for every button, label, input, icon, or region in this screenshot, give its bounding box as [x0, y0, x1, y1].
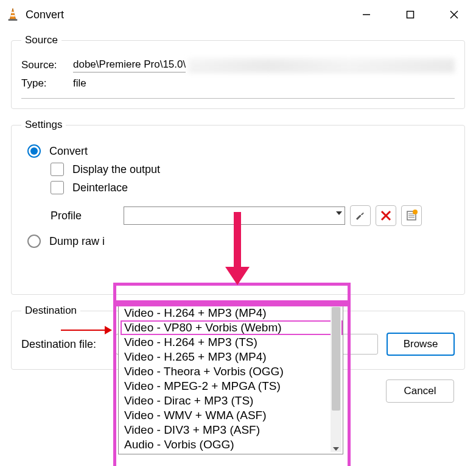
deinterlace-checkbox[interactable]: Deinterlace	[51, 181, 455, 194]
svg-rect-5	[407, 12, 414, 18]
destination-legend: Destination	[21, 305, 80, 317]
deinterlace-label: Deinterlace	[72, 182, 128, 194]
source-group: Source Source: dobe\Premiere Pro\15.0\ T…	[11, 34, 465, 109]
dump-raw-radio-row[interactable]: Dump raw i	[27, 235, 455, 248]
scroll-down-icon[interactable]	[333, 447, 339, 451]
svg-marker-0	[10, 9, 15, 19]
profile-dropdown-list[interactable]: Video - H.264 + MP3 (MP4) Video - VP80 +…	[118, 303, 343, 454]
profile-option[interactable]: Video - Dirac + MP3 (TS)	[121, 394, 343, 408]
svg-rect-1	[11, 12, 14, 13]
x-red-icon	[380, 210, 391, 221]
source-legend: Source	[21, 34, 61, 46]
convert-radio-row[interactable]: Convert	[27, 144, 455, 158]
svg-point-14	[413, 210, 418, 214]
checkbox-empty-icon	[51, 163, 64, 176]
profile-option[interactable]: Video - H.264 + MP3 (TS)	[121, 335, 343, 350]
profile-label: Profile	[51, 210, 124, 222]
window-title: Convert	[26, 9, 64, 21]
source-path: dobe\Premiere Pro\15.0\	[73, 57, 186, 72]
display-output-label: Display the output	[72, 163, 160, 176]
maximize-button[interactable]	[388, 0, 432, 29]
radio-unchecked-icon	[27, 235, 41, 248]
window-controls	[345, 0, 476, 29]
annotation-highlight-combobox	[113, 283, 351, 303]
source-path-redacted	[188, 58, 455, 72]
type-value: file	[73, 77, 86, 90]
type-label: Type:	[21, 77, 73, 90]
destination-file-label: Destination file:	[21, 338, 116, 351]
new-profile-button[interactable]	[401, 205, 422, 226]
cancel-button[interactable]: Cancel	[386, 380, 454, 403]
scrollbar-thumb[interactable]	[332, 307, 340, 411]
profile-option[interactable]: Video - WMV + WMA (ASF)	[121, 408, 343, 423]
dropdown-scrollbar[interactable]	[331, 306, 341, 452]
profile-option[interactable]: Video - Theora + Vorbis (OGG)	[121, 364, 343, 379]
close-button[interactable]	[432, 0, 476, 29]
radio-checked-icon	[27, 144, 41, 158]
checkbox-empty-icon	[51, 181, 64, 194]
profile-option[interactable]: Video - H.264 + MP3 (MP4)	[121, 306, 343, 320]
profile-option[interactable]: Video - MPEG-2 + MPGA (TS)	[121, 379, 343, 394]
new-list-icon	[405, 210, 418, 222]
profile-option-highlighted[interactable]: Video - VP80 + Vorbis (Webm)	[121, 320, 343, 335]
vlc-cone-icon	[6, 7, 19, 22]
profile-dropdown-open: Video - H.264 + MP3 (MP4) Video - VP80 +…	[118, 303, 346, 454]
settings-legend: Settings	[21, 119, 66, 131]
wrench-icon	[354, 210, 366, 222]
edit-profile-button[interactable]	[350, 205, 371, 226]
settings-group: Settings Convert Display the output Dein…	[11, 119, 465, 295]
delete-profile-button[interactable]	[376, 205, 396, 226]
profile-option[interactable]: Video - DIV3 + MP3 (ASF)	[121, 423, 343, 437]
profile-option[interactable]: Audio - Vorbis (OGG)	[121, 437, 343, 452]
svg-rect-3	[9, 19, 18, 21]
minimize-button[interactable]	[345, 0, 388, 29]
profile-combobox[interactable]	[124, 207, 345, 225]
dump-raw-label: Dump raw i	[49, 235, 105, 248]
convert-radio-label: Convert	[49, 145, 88, 158]
profile-option[interactable]: Video - H.265 + MP3 (MP4)	[121, 350, 343, 364]
chevron-down-icon	[336, 211, 342, 215]
browse-button[interactable]: Browse	[387, 333, 455, 356]
source-label: Source:	[21, 59, 73, 71]
titlebar: Convert	[0, 0, 476, 29]
svg-rect-2	[10, 15, 15, 16]
display-output-checkbox[interactable]: Display the output	[51, 163, 455, 176]
